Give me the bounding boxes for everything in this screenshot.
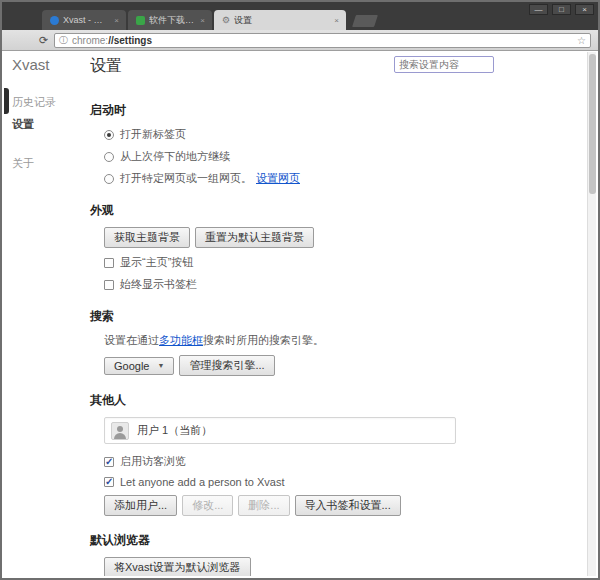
- tab-close-icon[interactable]: ×: [199, 16, 206, 25]
- reload-button[interactable]: ⟳: [36, 33, 51, 48]
- tab-title: 软件下载站_最安全的下载: [149, 14, 195, 27]
- show-bookmarks-bar-checkbox-row[interactable]: 始终显示书签栏: [104, 277, 582, 292]
- set-pages-link[interactable]: 设置网页: [256, 171, 300, 186]
- search-engine-select[interactable]: Google ▼: [104, 357, 174, 375]
- new-tab-button[interactable]: [352, 15, 378, 27]
- gear-icon: ⚙: [222, 16, 230, 25]
- edit-user-button: 修改...: [182, 495, 233, 516]
- guest-browsing-checkbox-row[interactable]: 启用访客浏览: [104, 454, 582, 469]
- xvast-logo-icon: [50, 16, 59, 25]
- option-label: 打开新标签页: [120, 127, 186, 142]
- section-default-browser: 默认浏览器 将Xvast设置为默认浏览器 Xvast目前不是您的默认浏览器。: [90, 532, 582, 576]
- section-header: 外观: [90, 202, 582, 219]
- settings-sidebar: Xvast 历史记录 设置 关于: [12, 56, 88, 178]
- sidebar-item-history[interactable]: 历史记录: [12, 95, 88, 110]
- maximize-button[interactable]: □: [552, 4, 571, 15]
- reset-theme-button[interactable]: 重置为默认主题背景: [195, 227, 314, 248]
- tab-download-site[interactable]: 软件下载站_最安全的下载 ×: [128, 10, 212, 30]
- tab-close-icon[interactable]: ×: [113, 16, 120, 25]
- checkbox-label: 始终显示书签栏: [120, 277, 197, 292]
- site-favicon-icon: [136, 16, 145, 25]
- search-description: 设置在通过多功能框搜索时所用的搜索引擎。: [104, 333, 582, 348]
- settings-search-input[interactable]: [394, 56, 494, 73]
- radio-icon[interactable]: [104, 152, 114, 162]
- checkbox-icon[interactable]: [104, 280, 114, 290]
- radio-icon[interactable]: [104, 174, 114, 184]
- scrollbar[interactable]: [587, 52, 596, 576]
- add-user-button[interactable]: 添加用户...: [104, 495, 177, 516]
- settings-page: Xvast 历史记录 设置 关于 设置 启动时 打开新标签页: [4, 52, 596, 576]
- sidebar-item-settings[interactable]: 设置: [12, 117, 88, 132]
- tab-xvast-home[interactable]: Xvast - 安全极速浏览器 ×: [42, 10, 126, 30]
- profile-name: 用户 1（当前）: [137, 423, 212, 438]
- sidebar-item-about[interactable]: 关于: [12, 156, 88, 171]
- section-appearance: 外观 获取主题背景 重置为默认主题背景 显示“主页”按钮 始终显示书签栏: [90, 202, 582, 292]
- checkbox-icon[interactable]: [104, 457, 114, 467]
- startup-option-specific-pages[interactable]: 打开特定网页或一组网页。 设置网页: [104, 171, 582, 186]
- make-default-browser-button[interactable]: 将Xvast设置为默认浏览器: [104, 557, 251, 576]
- section-header: 默认浏览器: [90, 532, 582, 549]
- left-edge-tab: [4, 88, 9, 114]
- scrollbar-thumb[interactable]: [589, 54, 596, 194]
- settings-main: 设置 启动时 打开新标签页 从上次停下的地方继续: [90, 56, 582, 576]
- radio-icon[interactable]: [104, 130, 114, 140]
- chevron-down-icon: ▼: [157, 362, 164, 369]
- bookmark-star-icon[interactable]: ☆: [577, 35, 586, 46]
- option-label: 打开特定网页或一组网页。: [120, 171, 252, 186]
- profile-list-item[interactable]: 用户 1（当前）: [104, 417, 456, 444]
- tab-close-icon[interactable]: ×: [333, 16, 340, 25]
- delete-user-button: 删除...: [238, 495, 289, 516]
- section-header: 搜索: [90, 308, 582, 325]
- get-themes-button[interactable]: 获取主题背景: [104, 227, 190, 248]
- startup-option-continue[interactable]: 从上次停下的地方继续: [104, 149, 582, 164]
- page-info-icon[interactable]: ⓘ: [59, 34, 68, 47]
- browser-window: — □ × Xvast - 安全极速浏览器 × 软件下载站_最安全的下载 × ⚙…: [0, 0, 600, 580]
- checkbox-icon[interactable]: [104, 258, 114, 268]
- section-search: 搜索 设置在通过多功能框搜索时所用的搜索引擎。 Google ▼ 管理搜索引擎.…: [90, 308, 582, 376]
- address-bar[interactable]: ⓘ chrome://settings ☆: [54, 33, 591, 48]
- tab-settings[interactable]: ⚙ 设置 ×: [214, 10, 346, 30]
- section-header: 其他人: [90, 392, 582, 409]
- import-bookmarks-button[interactable]: 导入书签和设置...: [295, 495, 401, 516]
- avatar: [111, 422, 129, 440]
- close-button[interactable]: ×: [575, 4, 594, 15]
- section-people: 其他人 用户 1（当前） 启用访客浏览 Let anyone add a per…: [90, 392, 582, 516]
- titlebar: — □ × Xvast - 安全极速浏览器 × 软件下载站_最安全的下载 × ⚙…: [2, 2, 598, 30]
- tab-title: Xvast - 安全极速浏览器: [63, 14, 109, 27]
- selected-engine: Google: [114, 360, 149, 372]
- page-header: 设置: [90, 56, 582, 86]
- page-title: 设置: [90, 57, 122, 74]
- checkbox-icon[interactable]: [104, 477, 114, 487]
- manage-search-engines-button[interactable]: 管理搜索引擎...: [179, 355, 274, 376]
- section-header: 启动时: [90, 102, 582, 119]
- window-controls: — □ ×: [529, 4, 594, 15]
- toolbar: ⟳ ⓘ chrome://settings ☆: [2, 30, 598, 51]
- url-text: chrome://settings: [72, 35, 152, 46]
- omnibox-link[interactable]: 多功能框: [159, 334, 203, 346]
- option-label: 从上次停下的地方继续: [120, 149, 230, 164]
- checkbox-label: 显示“主页”按钮: [120, 255, 193, 270]
- add-person-checkbox-row[interactable]: Let anyone add a person to Xvast: [104, 476, 582, 488]
- checkbox-label: 启用访客浏览: [120, 454, 186, 469]
- tab-strip: Xvast - 安全极速浏览器 × 软件下载站_最安全的下载 × ⚙ 设置 ×: [42, 10, 376, 30]
- section-startup: 启动时 打开新标签页 从上次停下的地方继续 打开特定网页或一组网页。 设置网页: [90, 102, 582, 186]
- show-home-button-checkbox-row[interactable]: 显示“主页”按钮: [104, 255, 582, 270]
- startup-option-newtab[interactable]: 打开新标签页: [104, 127, 582, 142]
- checkbox-label: Let anyone add a person to Xvast: [120, 476, 285, 488]
- product-logo: Xvast: [12, 56, 88, 73]
- minimize-button[interactable]: —: [529, 4, 548, 15]
- tab-title: 设置: [234, 14, 329, 27]
